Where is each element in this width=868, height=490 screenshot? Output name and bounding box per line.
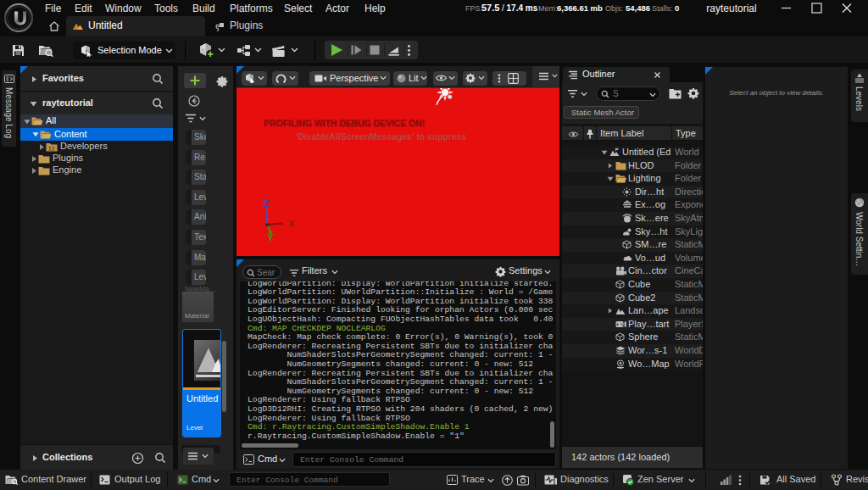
svg-text:Z: Z [264,198,270,209]
svg-text:Y: Y [268,232,275,242]
svg-text:X: X [288,219,295,229]
